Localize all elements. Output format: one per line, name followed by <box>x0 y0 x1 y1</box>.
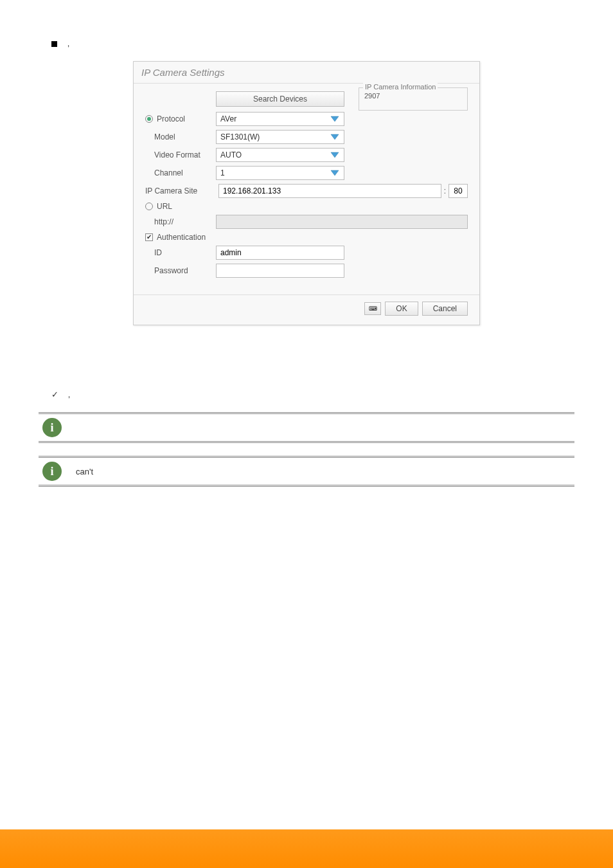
video-format-label: Video Format <box>145 150 216 159</box>
channel-label: Channel <box>145 168 216 177</box>
chevron-down-icon <box>330 132 340 142</box>
password-input[interactable] <box>216 264 344 278</box>
ip-camera-information-box: IP Camera Information 2907 <box>359 87 468 111</box>
svg-marker-0 <box>331 116 339 122</box>
authentication-checkbox[interactable]: ✔ Authentication <box>145 233 216 242</box>
info-note-1: i <box>39 412 574 443</box>
svg-marker-2 <box>331 152 339 158</box>
cancel-button[interactable]: Cancel <box>422 302 468 316</box>
protocol-value: AVer <box>220 114 236 123</box>
http-label: http:// <box>145 217 216 226</box>
ip-camera-site-label: IP Camera Site <box>145 186 216 195</box>
radio-checked-icon <box>145 115 153 123</box>
video-format-value: AUTO <box>220 150 242 159</box>
password-label: Password <box>145 266 216 275</box>
info-text-2: can't <box>73 462 96 482</box>
id-label: ID <box>145 248 216 257</box>
url-label: URL <box>157 202 172 211</box>
id-input[interactable] <box>216 246 344 260</box>
info-text-1 <box>73 422 78 433</box>
svg-marker-3 <box>331 170 339 176</box>
port-input[interactable] <box>449 184 468 198</box>
chevron-down-icon <box>330 150 340 160</box>
auth-label: Authentication <box>157 233 206 242</box>
channel-select[interactable]: 1 <box>216 166 344 180</box>
page-footer-bar <box>0 829 613 868</box>
protocol-radio[interactable]: Protocol <box>145 114 216 123</box>
ip-info-legend: IP Camera Information <box>363 83 438 91</box>
url-radio[interactable]: URL <box>145 202 216 211</box>
checkbox-checked-icon: ✔ <box>145 233 153 241</box>
ok-button[interactable]: OK <box>385 302 418 316</box>
search-devices-button[interactable]: Search Devices <box>216 91 344 107</box>
video-format-select[interactable]: AUTO <box>216 148 344 162</box>
info-note-2: i can't <box>39 456 574 487</box>
model-value: SF1301(W) <box>220 132 260 141</box>
model-select[interactable]: SF1301(W) <box>216 130 344 144</box>
model-label: Model <box>145 132 216 141</box>
keyboard-icon: ⌨ <box>369 305 377 312</box>
protocol-select[interactable]: AVer <box>216 112 344 126</box>
channel-value: 1 <box>220 168 225 177</box>
info-icon: i <box>42 462 62 481</box>
check-icon: ✓ <box>51 390 60 399</box>
chevron-down-icon <box>330 168 340 178</box>
ip-camera-settings-dialog: IP Camera Settings IP Camera Information… <box>133 61 480 325</box>
http-input <box>216 215 468 229</box>
ip-camera-site-input[interactable] <box>218 184 441 198</box>
port-separator: : <box>444 186 446 195</box>
check-text: , <box>68 390 71 399</box>
keyboard-button[interactable]: ⌨ <box>364 302 381 315</box>
protocol-label: Protocol <box>157 114 185 123</box>
dialog-title: IP Camera Settings <box>134 62 479 84</box>
bullet-text: , <box>67 39 70 48</box>
chevron-down-icon <box>330 114 340 124</box>
radio-unchecked-icon <box>145 203 153 210</box>
svg-marker-1 <box>331 134 339 140</box>
bullet-icon <box>51 41 57 47</box>
info-icon: i <box>42 418 62 437</box>
